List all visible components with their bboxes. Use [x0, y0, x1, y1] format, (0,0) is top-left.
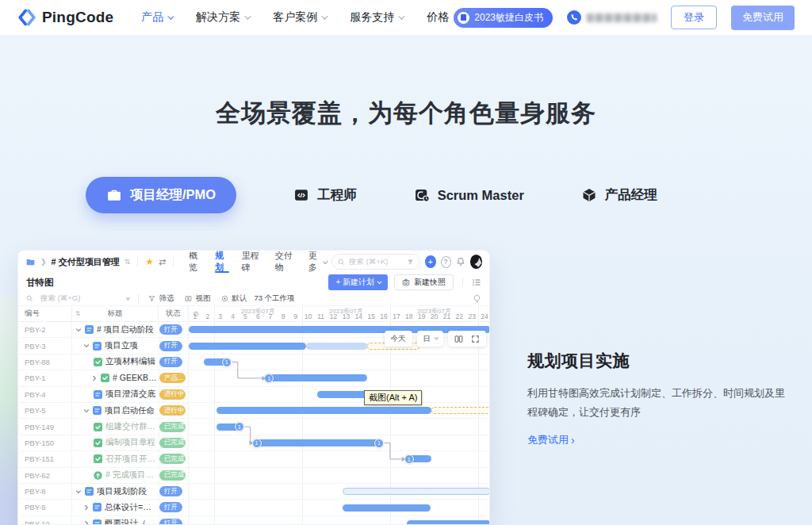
gantt-bar-PBY-5[interactable] [431, 407, 489, 414]
gantt-bar-PBY-150[interactable] [255, 439, 381, 446]
app-tab-规划[interactable]: 规划 [215, 251, 228, 273]
lightbulb-icon[interactable] [473, 294, 481, 303]
role-tab-产品经理[interactable]: 产品经理 [581, 186, 657, 204]
status-badge[interactable]: 打开 [159, 341, 182, 351]
row-status: 打开 [159, 322, 189, 337]
free-trial-button[interactable]: 免费试用 [731, 6, 795, 30]
app-search-input[interactable]: 搜索 (⌘+K) [331, 254, 420, 270]
expand-icon[interactable] [83, 504, 90, 511]
status-badge[interactable]: 打开 [159, 486, 182, 496]
gantt-bar-PBY-9[interactable] [343, 504, 431, 512]
column-header-status[interactable]: 状态⚙ [159, 306, 188, 321]
today-button[interactable]: 今天 [385, 331, 412, 347]
help-icon[interactable]: ? [441, 256, 451, 268]
role-tab-Scrum Master[interactable]: Scrum Master [414, 187, 524, 204]
task-icon [93, 519, 102, 525]
gantt-day-14: 14 [352, 312, 365, 320]
filter-item-筛选[interactable]: 筛选 [148, 293, 174, 304]
add-button[interactable]: + [425, 255, 436, 268]
app-tab-里程碑[interactable]: 里程碑 [242, 251, 262, 273]
status-badge[interactable]: 进行中 [159, 405, 186, 416]
collapse-icon[interactable] [75, 489, 82, 495]
scale-select[interactable]: 日 [417, 331, 444, 347]
gantt-day-8: 8 [277, 312, 289, 320]
gantt-search-input[interactable]: 搜索 (⌘+G) [40, 293, 80, 304]
nav-item-产品[interactable]: 产品 [141, 10, 172, 25]
nav-item-客户案例[interactable]: 客户案例 [273, 10, 326, 25]
list-settings-icon[interactable] [472, 278, 481, 287]
gantt-bar-PBY-10[interactable] [407, 520, 489, 525]
filter-bar: 搜索 (⌘+G) 筛选视图默认 73 个工作项 [18, 292, 489, 306]
collapse-icon[interactable] [83, 343, 90, 349]
status-badge[interactable]: 打开 [159, 519, 182, 525]
expand-icon[interactable] [83, 520, 90, 525]
status-badge[interactable]: 打开 [159, 502, 182, 512]
swap-icon[interactable]: ⇄ [159, 257, 166, 267]
gantt-bar-PBY-8[interactable] [343, 488, 489, 495]
gantt-bar-PBY-3[interactable] [189, 343, 306, 350]
role-tab-工程师[interactable]: 工程师 [293, 186, 357, 204]
pingcode-logo-icon [17, 8, 36, 27]
dependency-badge[interactable]: 1 [235, 422, 244, 431]
bell-icon[interactable] [456, 257, 465, 266]
dependency-badge[interactable]: 1 [252, 439, 262, 448]
collapse-icon[interactable] [83, 408, 90, 414]
login-button[interactable]: 登录 [671, 6, 717, 29]
app-tab-更多[interactable]: 更多 [308, 251, 327, 273]
row-title-text: 总体设计=实施方案（... [105, 502, 159, 513]
table-row-PBY-149[interactable]: PBY-149组建交付群和工作台已完成 [18, 419, 489, 435]
app-tab-label: 概览 [189, 250, 202, 274]
breadcrumb[interactable]: # 交付型项目管理 [52, 256, 120, 268]
avatar[interactable] [470, 255, 482, 269]
check-icon [94, 358, 102, 366]
dependency-badge[interactable]: 1 [404, 454, 414, 464]
nav-item-解决方案[interactable]: 解决方案 [196, 10, 249, 25]
gantt-bar-PBY-1[interactable] [266, 374, 367, 381]
status-badge[interactable]: 打开 [159, 324, 182, 335]
status-badge[interactable]: 产品... [159, 373, 186, 383]
whitepaper-badge[interactable]: 2023敏捷白皮书 [454, 8, 553, 28]
nav-item-价格[interactable]: 价格 [427, 10, 449, 25]
status-badge[interactable]: 已完成 [159, 422, 186, 432]
filter-item-默认[interactable]: 默认 [221, 293, 247, 304]
table-row-PBY-62[interactable]: PBY-62# 完成项目启动阶段...已完成 [18, 468, 489, 484]
app-tab-交付物[interactable]: 交付物 [275, 251, 296, 273]
gantt-bar-PBY-3[interactable] [306, 343, 368, 350]
dependency-badge[interactable]: 1 [374, 439, 384, 448]
status-badge[interactable]: 打开 [159, 357, 182, 367]
expand-icon[interactable] [91, 375, 98, 381]
row-id: PBY-1 [18, 370, 72, 385]
pingcode-logo[interactable]: PingCode [17, 8, 113, 27]
new-snapshot-label: 新建快照 [414, 277, 446, 288]
sort-icon[interactable]: ⇅ [75, 310, 81, 317]
split-columns-icon[interactable] [454, 335, 463, 343]
gantt-bar-PBY-5[interactable] [216, 407, 431, 414]
row-title: 项目澄清交底 [72, 387, 159, 402]
row-id: PBY-10 [18, 516, 72, 525]
week-gridline [302, 306, 303, 321]
column-header-id[interactable]: 编号 [18, 306, 72, 321]
status-badge[interactable]: 已完成 [159, 438, 186, 448]
chevron-down-icon[interactable] [126, 295, 131, 300]
feature-trial-link[interactable]: 免费试用› [527, 433, 575, 447]
status-badge[interactable]: 已完成 [159, 454, 186, 464]
table-row-PBY-1[interactable]: PBY-1# GEEKBOOKS 极...产品... [18, 370, 489, 386]
new-plan-button[interactable]: + 新建计划 [328, 274, 388, 290]
nav-item-服务支持[interactable]: 服务支持 [350, 10, 403, 25]
favorite-star-icon[interactable]: ★ [145, 257, 154, 266]
status-badge[interactable]: 进行中 [159, 389, 186, 400]
new-snapshot-button[interactable]: 新建快照 [394, 274, 454, 290]
gantt-day-6: 6 [251, 312, 264, 320]
project-switch-icon[interactable]: ⇅ [124, 258, 131, 266]
filter-item-视图[interactable]: 视图 [185, 293, 210, 304]
funnel-icon[interactable] [407, 259, 414, 266]
status-badge[interactable]: 已完成 [159, 470, 186, 481]
dependency-badge[interactable]: 1 [222, 358, 232, 367]
gantt-day-16: 16 [377, 312, 390, 320]
column-header-title[interactable]: ⇅标题 [72, 306, 159, 321]
app-tab-概览[interactable]: 概览 [189, 251, 202, 273]
collapse-icon[interactable] [75, 327, 82, 333]
table-row-PBY-88[interactable]: PBY-88立项材料编辑打开 [18, 354, 489, 370]
fullscreen-icon[interactable] [471, 335, 480, 343]
role-tab-项目经理/PMO[interactable]: 项目经理/PMO [86, 177, 236, 213]
